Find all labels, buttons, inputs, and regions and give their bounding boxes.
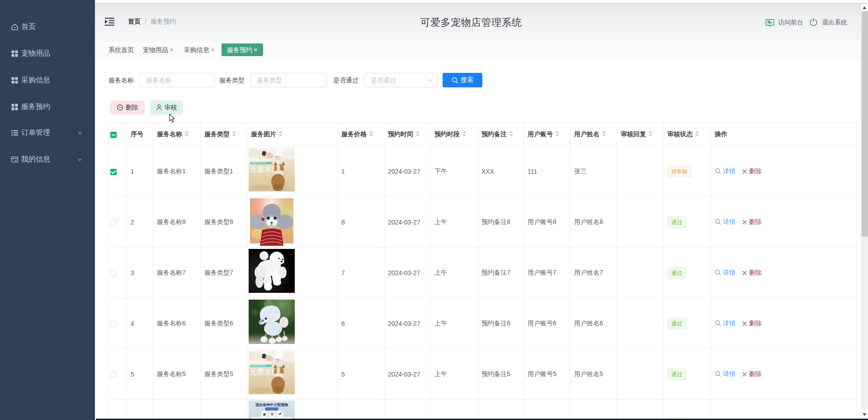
svg-text:适合各种中小型宠物: 适合各种中小型宠物 (255, 402, 288, 407)
